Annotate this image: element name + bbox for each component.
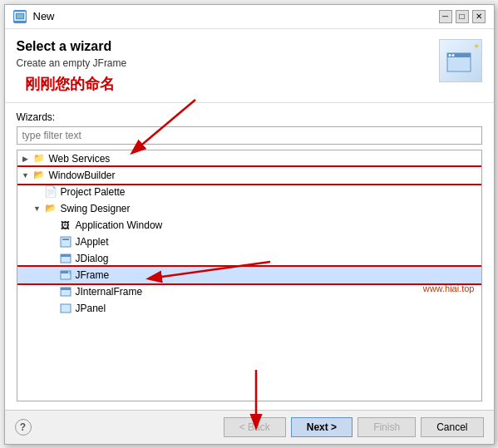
tree-item-application-window[interactable]: ▶ 🖼 Application Window: [17, 217, 481, 234]
select-wizard-heading: Select a wizard: [17, 39, 431, 54]
tree-item-label: Swing Designer: [61, 203, 131, 214]
dialog-title: New: [33, 10, 432, 22]
svg-rect-7: [62, 239, 69, 240]
tree-item-label: JApplet: [76, 236, 109, 248]
tree-item-jframe[interactable]: ▶ JFrame: [17, 267, 481, 283]
svg-rect-6: [61, 237, 71, 247]
header-subtitle: Create an empty JFrame: [17, 57, 431, 69]
tree-item-jinternalframe[interactable]: ▶ JInternalFrame: [17, 283, 481, 300]
next-button[interactable]: Next >: [291, 417, 353, 437]
header-text-area: Select a wizard Create an empty JFrame 刚…: [17, 39, 431, 94]
expand-icon: ▼: [21, 170, 31, 180]
tree-item-label: Application Window: [76, 219, 163, 231]
svg-rect-1: [17, 14, 23, 18]
folder-open-icon: 📂: [32, 169, 46, 182]
tree-item-project-palette[interactable]: ▶ 📄 Project Palette: [17, 184, 481, 200]
jframe-icon: [59, 268, 72, 282]
svg-point-5: [451, 54, 454, 57]
expand-icon: ▼: [32, 204, 42, 214]
tree-item-windowbuilder[interactable]: ▼ 📂 WindowBuilder: [17, 167, 481, 184]
svg-point-4: [448, 54, 451, 57]
svg-rect-15: [61, 304, 71, 313]
wizard-tree[interactable]: ▶ 📁 Web Services ▼ 📂 WindowBuilder ▶ 📄 P…: [17, 150, 482, 401]
help-button[interactable]: ?: [15, 419, 32, 436]
footer-left: ?: [15, 419, 32, 436]
dialog-footer: ? < Back Next > Finish Cancel: [5, 410, 494, 444]
tree-item-label: JDialog: [76, 253, 109, 264]
svg-point-12: [68, 271, 70, 273]
frame-icon: 🖼: [59, 219, 72, 232]
tree-item-label: JPanel: [76, 303, 106, 314]
tree-item-japplet[interactable]: ▶ JApplet: [17, 234, 481, 250]
cancel-button[interactable]: Cancel: [421, 417, 483, 437]
file-icon: 📄: [44, 185, 57, 199]
tree-item-label: JInternalFrame: [76, 286, 143, 298]
applet-icon: [59, 235, 72, 249]
tree-item-jpanel[interactable]: ▶ JPanel: [17, 300, 481, 317]
filter-input[interactable]: [17, 126, 482, 145]
wizards-label: Wizards:: [17, 111, 482, 123]
new-wizard-dialog: New ─ □ ✕ Select a wizard Create an empt…: [4, 4, 495, 445]
panel-icon: [59, 302, 72, 315]
dialog-icon: [13, 10, 27, 23]
content-area: Wizards: ▶ 📁 Web Services ▼ 📂 WindowBuil…: [5, 103, 494, 410]
svg-rect-14: [61, 288, 71, 290]
folder-icon: 📁: [32, 152, 46, 165]
watermark: www.hiai.top: [423, 283, 475, 293]
maximize-button[interactable]: □: [456, 10, 469, 23]
tree-item-label: WindowBuilder: [49, 170, 116, 181]
dialog-file-icon: [59, 252, 72, 265]
close-button[interactable]: ✕: [472, 10, 486, 23]
annotation-text: 刚刚您的命名: [25, 74, 431, 94]
tree-item-label: Project Palette: [61, 186, 126, 198]
title-bar: New ─ □ ✕: [5, 5, 494, 29]
window-controls: ─ □ ✕: [439, 10, 486, 23]
internal-frame-icon: [59, 285, 72, 298]
tree-item-swing-designer[interactable]: ▼ 📂 Swing Designer: [17, 200, 481, 217]
minimize-button[interactable]: ─: [439, 10, 452, 23]
tree-item-web-services[interactable]: ▶ 📁 Web Services: [17, 150, 481, 167]
tree-item-label: JFrame: [76, 269, 110, 281]
back-button[interactable]: < Back: [224, 417, 286, 437]
wizard-header: Select a wizard Create an empty JFrame 刚…: [5, 29, 494, 103]
folder-open-icon: 📂: [44, 202, 57, 215]
expand-icon: ▶: [21, 154, 31, 164]
tree-item-label: Web Services: [49, 153, 111, 165]
finish-button[interactable]: Finish: [357, 417, 416, 437]
wizard-icon: [439, 39, 482, 82]
footer-buttons: < Back Next > Finish Cancel: [224, 417, 484, 437]
tree-item-jdialog[interactable]: ▶ JDialog: [17, 250, 481, 267]
svg-rect-9: [61, 254, 71, 257]
